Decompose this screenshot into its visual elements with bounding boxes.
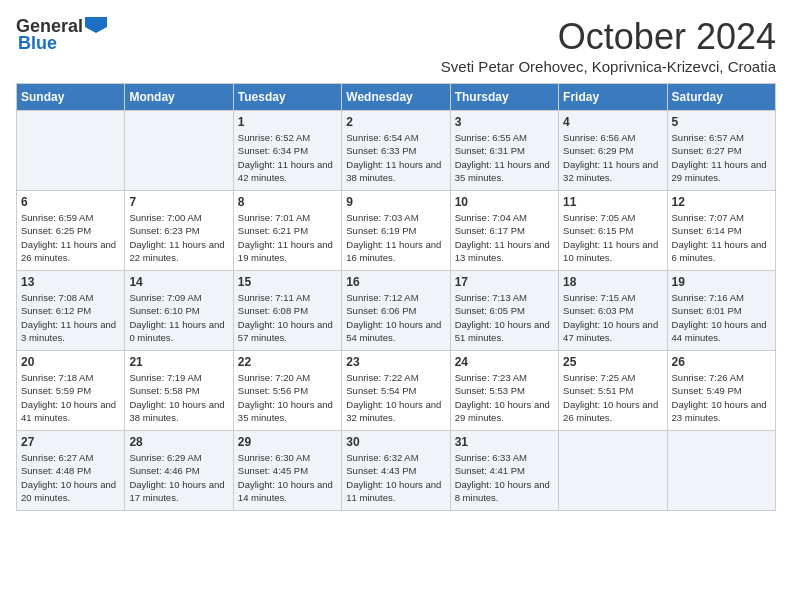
svg-marker-0 <box>85 17 107 33</box>
day-info: Sunrise: 6:56 AMSunset: 6:29 PMDaylight:… <box>563 131 662 184</box>
day-number: 20 <box>21 355 120 369</box>
calendar-cell: 24Sunrise: 7:23 AMSunset: 5:53 PMDayligh… <box>450 351 558 431</box>
calendar-week-row: 27Sunrise: 6:27 AMSunset: 4:48 PMDayligh… <box>17 431 776 511</box>
calendar-cell: 28Sunrise: 6:29 AMSunset: 4:46 PMDayligh… <box>125 431 233 511</box>
day-info: Sunrise: 6:33 AMSunset: 4:41 PMDaylight:… <box>455 451 554 504</box>
day-info: Sunrise: 6:55 AMSunset: 6:31 PMDaylight:… <box>455 131 554 184</box>
day-number: 7 <box>129 195 228 209</box>
day-number: 24 <box>455 355 554 369</box>
day-info: Sunrise: 7:15 AMSunset: 6:03 PMDaylight:… <box>563 291 662 344</box>
calendar-cell: 29Sunrise: 6:30 AMSunset: 4:45 PMDayligh… <box>233 431 341 511</box>
logo: General Blue <box>16 16 107 54</box>
calendar-cell: 19Sunrise: 7:16 AMSunset: 6:01 PMDayligh… <box>667 271 775 351</box>
calendar-week-row: 20Sunrise: 7:18 AMSunset: 5:59 PMDayligh… <box>17 351 776 431</box>
day-number: 16 <box>346 275 445 289</box>
day-number: 12 <box>672 195 771 209</box>
day-info: Sunrise: 6:57 AMSunset: 6:27 PMDaylight:… <box>672 131 771 184</box>
calendar-cell: 3Sunrise: 6:55 AMSunset: 6:31 PMDaylight… <box>450 111 558 191</box>
day-number: 3 <box>455 115 554 129</box>
calendar-cell: 31Sunrise: 6:33 AMSunset: 4:41 PMDayligh… <box>450 431 558 511</box>
day-info: Sunrise: 7:23 AMSunset: 5:53 PMDaylight:… <box>455 371 554 424</box>
weekday-header: Friday <box>559 84 667 111</box>
weekday-header-row: SundayMondayTuesdayWednesdayThursdayFrid… <box>17 84 776 111</box>
calendar-cell <box>17 111 125 191</box>
calendar-cell: 11Sunrise: 7:05 AMSunset: 6:15 PMDayligh… <box>559 191 667 271</box>
day-info: Sunrise: 6:52 AMSunset: 6:34 PMDaylight:… <box>238 131 337 184</box>
calendar-cell: 2Sunrise: 6:54 AMSunset: 6:33 PMDaylight… <box>342 111 450 191</box>
day-info: Sunrise: 7:22 AMSunset: 5:54 PMDaylight:… <box>346 371 445 424</box>
calendar-cell: 10Sunrise: 7:04 AMSunset: 6:17 PMDayligh… <box>450 191 558 271</box>
day-info: Sunrise: 7:16 AMSunset: 6:01 PMDaylight:… <box>672 291 771 344</box>
calendar-cell: 12Sunrise: 7:07 AMSunset: 6:14 PMDayligh… <box>667 191 775 271</box>
day-number: 1 <box>238 115 337 129</box>
calendar-cell: 20Sunrise: 7:18 AMSunset: 5:59 PMDayligh… <box>17 351 125 431</box>
calendar-week-row: 6Sunrise: 6:59 AMSunset: 6:25 PMDaylight… <box>17 191 776 271</box>
calendar-cell: 8Sunrise: 7:01 AMSunset: 6:21 PMDaylight… <box>233 191 341 271</box>
day-info: Sunrise: 7:19 AMSunset: 5:58 PMDaylight:… <box>129 371 228 424</box>
calendar-cell: 6Sunrise: 6:59 AMSunset: 6:25 PMDaylight… <box>17 191 125 271</box>
calendar-cell <box>667 431 775 511</box>
day-number: 2 <box>346 115 445 129</box>
day-info: Sunrise: 6:27 AMSunset: 4:48 PMDaylight:… <box>21 451 120 504</box>
calendar-cell: 21Sunrise: 7:19 AMSunset: 5:58 PMDayligh… <box>125 351 233 431</box>
calendar-cell: 17Sunrise: 7:13 AMSunset: 6:05 PMDayligh… <box>450 271 558 351</box>
location-title: Sveti Petar Orehovec, Koprivnica-Krizevc… <box>441 58 776 75</box>
day-info: Sunrise: 6:30 AMSunset: 4:45 PMDaylight:… <box>238 451 337 504</box>
calendar-body: 1Sunrise: 6:52 AMSunset: 6:34 PMDaylight… <box>17 111 776 511</box>
day-info: Sunrise: 7:12 AMSunset: 6:06 PMDaylight:… <box>346 291 445 344</box>
calendar-cell: 15Sunrise: 7:11 AMSunset: 6:08 PMDayligh… <box>233 271 341 351</box>
day-info: Sunrise: 6:54 AMSunset: 6:33 PMDaylight:… <box>346 131 445 184</box>
day-info: Sunrise: 7:00 AMSunset: 6:23 PMDaylight:… <box>129 211 228 264</box>
day-info: Sunrise: 7:11 AMSunset: 6:08 PMDaylight:… <box>238 291 337 344</box>
day-number: 19 <box>672 275 771 289</box>
calendar-header: SundayMondayTuesdayWednesdayThursdayFrid… <box>17 84 776 111</box>
day-number: 25 <box>563 355 662 369</box>
day-info: Sunrise: 7:05 AMSunset: 6:15 PMDaylight:… <box>563 211 662 264</box>
day-number: 15 <box>238 275 337 289</box>
calendar-cell: 7Sunrise: 7:00 AMSunset: 6:23 PMDaylight… <box>125 191 233 271</box>
day-info: Sunrise: 7:25 AMSunset: 5:51 PMDaylight:… <box>563 371 662 424</box>
day-number: 11 <box>563 195 662 209</box>
day-info: Sunrise: 7:08 AMSunset: 6:12 PMDaylight:… <box>21 291 120 344</box>
weekday-header: Thursday <box>450 84 558 111</box>
weekday-header: Monday <box>125 84 233 111</box>
day-info: Sunrise: 7:07 AMSunset: 6:14 PMDaylight:… <box>672 211 771 264</box>
logo-arrow-icon <box>85 17 107 33</box>
day-number: 17 <box>455 275 554 289</box>
calendar-cell: 14Sunrise: 7:09 AMSunset: 6:10 PMDayligh… <box>125 271 233 351</box>
weekday-header: Sunday <box>17 84 125 111</box>
calendar-cell: 26Sunrise: 7:26 AMSunset: 5:49 PMDayligh… <box>667 351 775 431</box>
calendar-week-row: 13Sunrise: 7:08 AMSunset: 6:12 PMDayligh… <box>17 271 776 351</box>
day-number: 31 <box>455 435 554 449</box>
calendar-cell: 27Sunrise: 6:27 AMSunset: 4:48 PMDayligh… <box>17 431 125 511</box>
day-number: 10 <box>455 195 554 209</box>
calendar-cell: 30Sunrise: 6:32 AMSunset: 4:43 PMDayligh… <box>342 431 450 511</box>
calendar-week-row: 1Sunrise: 6:52 AMSunset: 6:34 PMDaylight… <box>17 111 776 191</box>
day-number: 30 <box>346 435 445 449</box>
day-info: Sunrise: 6:59 AMSunset: 6:25 PMDaylight:… <box>21 211 120 264</box>
day-number: 21 <box>129 355 228 369</box>
day-info: Sunrise: 7:18 AMSunset: 5:59 PMDaylight:… <box>21 371 120 424</box>
calendar-cell: 9Sunrise: 7:03 AMSunset: 6:19 PMDaylight… <box>342 191 450 271</box>
day-info: Sunrise: 7:13 AMSunset: 6:05 PMDaylight:… <box>455 291 554 344</box>
day-number: 28 <box>129 435 228 449</box>
day-number: 22 <box>238 355 337 369</box>
weekday-header: Wednesday <box>342 84 450 111</box>
day-info: Sunrise: 6:29 AMSunset: 4:46 PMDaylight:… <box>129 451 228 504</box>
calendar-cell: 22Sunrise: 7:20 AMSunset: 5:56 PMDayligh… <box>233 351 341 431</box>
day-info: Sunrise: 7:01 AMSunset: 6:21 PMDaylight:… <box>238 211 337 264</box>
day-number: 9 <box>346 195 445 209</box>
calendar-table: SundayMondayTuesdayWednesdayThursdayFrid… <box>16 83 776 511</box>
day-number: 8 <box>238 195 337 209</box>
day-info: Sunrise: 7:04 AMSunset: 6:17 PMDaylight:… <box>455 211 554 264</box>
calendar-cell: 23Sunrise: 7:22 AMSunset: 5:54 PMDayligh… <box>342 351 450 431</box>
calendar-cell: 5Sunrise: 6:57 AMSunset: 6:27 PMDaylight… <box>667 111 775 191</box>
day-number: 29 <box>238 435 337 449</box>
day-number: 14 <box>129 275 228 289</box>
day-number: 18 <box>563 275 662 289</box>
day-number: 23 <box>346 355 445 369</box>
day-number: 26 <box>672 355 771 369</box>
day-number: 13 <box>21 275 120 289</box>
day-number: 4 <box>563 115 662 129</box>
calendar-title-area: October 2024 Sveti Petar Orehovec, Kopri… <box>441 16 776 75</box>
